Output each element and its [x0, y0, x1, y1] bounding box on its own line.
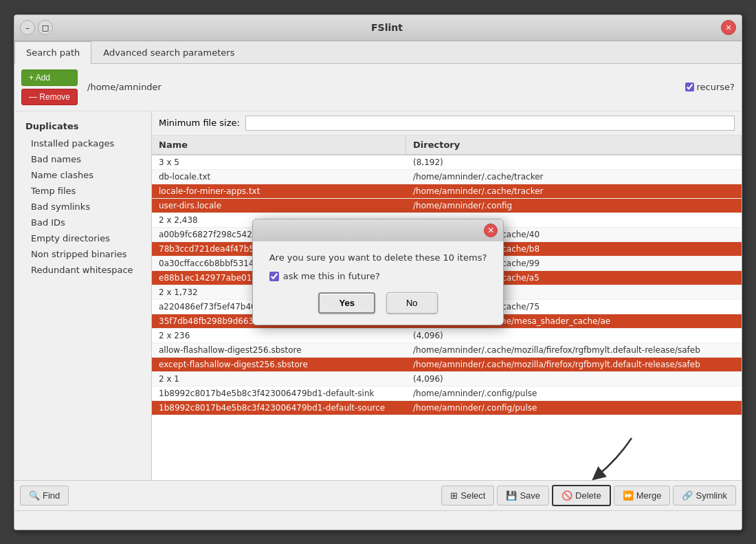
modal-checkbox-row: ask me this in future? — [269, 271, 487, 281]
main-window: – □ FSlint ✕ Search path Advanced search… — [14, 14, 742, 530]
modal-titlebar: ✕ — [253, 219, 504, 241]
modal-close-button[interactable]: ✕ — [484, 224, 498, 237]
modal-checkbox-label: ask me this in future? — [283, 271, 380, 281]
modal-yes-button[interactable]: Yes — [318, 292, 375, 314]
modal-message: Are you sure you want to delete these 10… — [269, 252, 487, 263]
modal-overlay: ✕ Are you sure you want to delete these … — [14, 15, 742, 530]
modal-future-checkbox[interactable] — [269, 272, 279, 281]
modal-no-button[interactable]: No — [386, 292, 438, 314]
confirm-dialog: ✕ Are you sure you want to delete these … — [252, 219, 504, 325]
modal-buttons: Yes No — [269, 292, 487, 314]
modal-body: Are you sure you want to delete these 10… — [253, 241, 504, 325]
